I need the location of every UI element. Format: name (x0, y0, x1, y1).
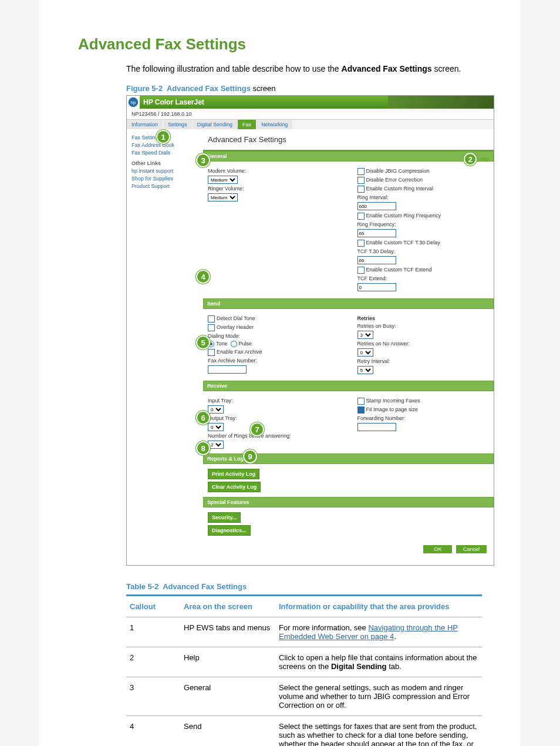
window-header: hp HP Color LaserJet (127, 96, 494, 109)
enable-fax-archive-checkbox[interactable] (208, 349, 215, 356)
callout-6: 6 (196, 411, 210, 425)
security-button[interactable]: Security... (208, 512, 241, 523)
sidebar-shop-supplies[interactable]: Shop for Supplies (131, 176, 201, 182)
help-link[interactable]: Help (478, 156, 489, 162)
ok-button[interactable]: OK (423, 545, 452, 553)
device-address: NP123456 / 192.168.0.10 (127, 109, 494, 120)
tcf-extend-checkbox[interactable] (357, 267, 365, 274)
tcf-extend-input[interactable] (357, 283, 396, 291)
tcf-t30-input[interactable] (357, 256, 396, 264)
rings-before-answer-select[interactable]: 2 (208, 441, 224, 449)
col-info: Information or capability that the area … (275, 596, 482, 617)
pulse-radio[interactable] (231, 341, 237, 347)
sidebar-product-support[interactable]: Product Support (131, 183, 201, 189)
settings-table: Callout Area on the screen Information o… (126, 594, 482, 746)
detect-dial-tone-checkbox[interactable] (208, 315, 215, 322)
cancel-button[interactable]: Cancel (456, 545, 487, 553)
screenshot-figure: hp HP Color LaserJet NP123456 / 192.168.… (126, 95, 494, 566)
retry-interval-select[interactable]: 5 (357, 366, 373, 374)
callout-3: 3 (196, 153, 210, 167)
col-callout: Callout (126, 596, 180, 617)
callout-2: 2 (464, 153, 477, 166)
table-row: 3 General Select the general settings, s… (126, 677, 482, 716)
custom-ring-interval-checkbox[interactable] (357, 186, 365, 193)
fit-image-checkbox[interactable] (357, 406, 365, 414)
col-area: Area on the screen (180, 596, 275, 617)
retries-busy-select[interactable]: 3 (357, 331, 373, 339)
ring-frequency-input[interactable] (357, 229, 396, 237)
overlay-header-checkbox[interactable] (208, 324, 215, 331)
section-receive: Receive (203, 381, 494, 391)
callout-5: 5 (196, 335, 210, 350)
figure-caption: Figure 5-2 Advanced Fax Settings screen (126, 84, 482, 93)
modem-volume-label: Modem Volume: (208, 168, 340, 174)
tab-digital-sending[interactable]: Digital Sending (193, 120, 238, 129)
forwarding-number-input[interactable] (357, 423, 396, 431)
table-caption: Table 5-2 Advanced Fax Settings (126, 582, 482, 591)
callout-1: 1 (156, 130, 170, 144)
clear-activity-log-button[interactable]: Clear Activity Log (208, 482, 261, 492)
page-heading: Advanced Fax Settings (78, 35, 482, 53)
ringer-volume-label: Ringer Volume: (208, 186, 340, 191)
modem-volume-select[interactable]: Medium (208, 176, 238, 184)
tab-information[interactable]: Information (127, 120, 163, 129)
retries-noanswer-select[interactable]: 0 (357, 348, 373, 357)
print-activity-log-button[interactable]: Print Activity Log (208, 469, 259, 479)
input-tray-select[interactable]: 0 (208, 405, 224, 414)
tab-strip: Information Settings Digital Sending Fax… (127, 120, 494, 129)
svg-text:hp: hp (131, 100, 136, 105)
window-title: HP Color LaserJet (143, 98, 204, 106)
intro-text: The following illustration and table des… (126, 64, 482, 73)
main-title: Advanced Fax Settings (203, 129, 494, 151)
stamp-incoming-checkbox[interactable] (357, 398, 365, 405)
table-row: 1 HP EWS tabs and menus For more informa… (126, 617, 482, 647)
sidebar-fax-speed-dials[interactable]: Fax Speed Dials (131, 150, 201, 156)
tab-settings[interactable]: Settings (163, 120, 192, 129)
callout-7: 7 (250, 422, 264, 436)
section-special: Special Features (203, 497, 494, 508)
sidebar-other-links-label: Other Links (131, 160, 201, 166)
table-row: 2 Help Click to open a help file that co… (126, 647, 482, 677)
hp-logo-icon: hp (127, 96, 140, 109)
output-tray-select[interactable]: 0 (208, 423, 224, 431)
tab-fax[interactable]: Fax (238, 120, 256, 129)
section-general: General (203, 151, 494, 162)
section-send: Send (203, 298, 494, 309)
callout-8: 8 (196, 441, 210, 455)
table-row: 4 Send Select the settings for faxes tha… (126, 716, 482, 746)
sidebar: Fax Settings Fax Address Book Fax Speed … (127, 129, 203, 565)
callout-4: 4 (196, 270, 210, 284)
header-banner-image (388, 96, 494, 109)
jbig-checkbox[interactable] (357, 168, 365, 175)
ringer-volume-select[interactable]: Medium (208, 193, 238, 201)
callout-9: 9 (243, 449, 257, 463)
tab-networking[interactable]: Networking (257, 120, 292, 129)
diagnostics-button[interactable]: Diagnostics... (208, 525, 251, 536)
custom-ring-frequency-checkbox[interactable] (357, 213, 365, 220)
fax-archive-number-input[interactable] (208, 365, 247, 374)
tcf-t30-checkbox[interactable] (357, 240, 365, 247)
ring-interval-input[interactable] (357, 202, 396, 210)
sidebar-instant-support[interactable]: hp instant support (131, 168, 201, 174)
error-correction-checkbox[interactable] (357, 177, 365, 184)
